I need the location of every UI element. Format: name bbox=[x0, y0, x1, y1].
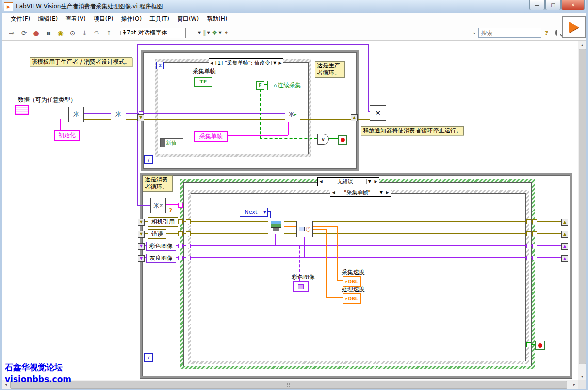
image-processing-icon[interactable]: ◷ bbox=[296, 221, 313, 237]
menu-view[interactable]: 查看(V) bbox=[62, 13, 90, 25]
scroll-down-button[interactable]: ▾ bbox=[578, 373, 586, 380]
next-case-icon[interactable]: ▶ bbox=[278, 61, 283, 65]
notifier-icon-node[interactable]: 米 bbox=[111, 107, 126, 122]
tunnel[interactable] bbox=[532, 256, 537, 260]
vertical-scroll-thumb[interactable] bbox=[579, 49, 586, 364]
obtain-notifier-icon[interactable]: 米 bbox=[68, 107, 84, 122]
shift-register-left[interactable]: ▼ bbox=[138, 219, 145, 226]
menu-tools[interactable]: 工具(T) bbox=[146, 13, 173, 25]
shift-register-left[interactable]: ▼ bbox=[137, 114, 144, 121]
cleanup-diagram-button[interactable]: ✦ bbox=[224, 28, 229, 38]
command-case-label[interactable]: "采集单帧" bbox=[337, 189, 378, 196]
tunnel[interactable] bbox=[532, 231, 537, 236]
distribute-objects-button[interactable]: ∥▼ bbox=[203, 28, 210, 38]
search-icon[interactable] bbox=[555, 30, 557, 36]
prev-case-icon[interactable]: ◀ bbox=[209, 61, 214, 65]
shift-register-right[interactable]: ▲ bbox=[561, 219, 568, 226]
tunnel[interactable] bbox=[526, 219, 531, 224]
tunnel[interactable] bbox=[526, 342, 531, 347]
horizontal-scrollbar[interactable]: ◂ ▸ bbox=[2, 380, 578, 389]
menu-operate[interactable]: 操作(O) bbox=[117, 13, 146, 25]
abort-button[interactable]: ● bbox=[31, 27, 42, 38]
or-gate[interactable]: ∨ bbox=[317, 134, 329, 145]
tunnel[interactable] bbox=[532, 244, 537, 248]
tunnel[interactable] bbox=[532, 219, 537, 224]
tunnel[interactable] bbox=[178, 231, 183, 236]
search-expand-icon[interactable]: ▸ bbox=[474, 31, 476, 35]
init-local-variable[interactable]: 初始化 bbox=[54, 130, 80, 141]
error-case-selector[interactable]: ◀ 无错误 ▼ ▶ bbox=[317, 177, 379, 186]
boolean-terminal[interactable]: TF bbox=[194, 77, 212, 87]
reorder-objects-button[interactable]: ❖▼ bbox=[212, 28, 222, 38]
shift-register-right[interactable]: ▲ bbox=[561, 243, 568, 250]
error-case-label[interactable]: 无错误 bbox=[324, 178, 366, 185]
step-over-button[interactable]: ↷ bbox=[91, 27, 102, 38]
event-selector-label[interactable]: [1] "采集单帧": 值改变 bbox=[214, 59, 271, 66]
minimize-button[interactable]: — bbox=[529, 0, 545, 10]
consumer-iteration-terminal[interactable]: i bbox=[144, 353, 153, 362]
shift-register-left[interactable]: ▼ bbox=[138, 243, 145, 250]
send-notification-icon[interactable]: 米 ▸ bbox=[285, 107, 300, 122]
color-image-label[interactable]: 彩色图像 bbox=[146, 242, 176, 251]
pause-button[interactable]: ▮▮ bbox=[43, 27, 54, 38]
align-objects-button[interactable]: ≡▼ bbox=[192, 28, 201, 38]
data-terminal[interactable] bbox=[15, 105, 29, 115]
image-display-terminal[interactable] bbox=[293, 281, 309, 292]
menu-edit[interactable]: 编辑(E) bbox=[34, 13, 62, 25]
event-selector[interactable]: ◀ [1] "采集单帧": 值改变 ▼ ▶ bbox=[209, 58, 283, 67]
next-case-icon[interactable]: ▶ bbox=[384, 190, 391, 195]
imaqdx-grab-icon[interactable] bbox=[268, 218, 284, 234]
next-enum-constant[interactable]: Next ▼ bbox=[240, 208, 268, 217]
consumer-conditional-terminal[interactable] bbox=[535, 341, 545, 350]
menu-window[interactable]: 窗口(W) bbox=[173, 13, 203, 25]
retain-wire-values-button[interactable]: ⊙ bbox=[67, 27, 78, 38]
scroll-right-button[interactable]: ▸ bbox=[571, 380, 578, 389]
help-button[interactable]: ? bbox=[544, 29, 548, 36]
vertical-scrollbar[interactable]: ▴ ▾ bbox=[578, 41, 586, 380]
continuous-local-variable[interactable]: ⌂ 连续采集 bbox=[267, 81, 307, 90]
acquire-local-variable[interactable]: 采集单帧 bbox=[194, 131, 228, 142]
font-selector[interactable]: 17pt 对话框字体 ▼ bbox=[120, 28, 186, 38]
tunnel[interactable] bbox=[178, 256, 183, 260]
menu-help[interactable]: 帮助(H) bbox=[203, 13, 231, 25]
block-diagram[interactable]: ▼ ▲ ▼ ▼ ▼ ▼ ▲ ▲ ▲ ▲ 该模板用于生产者 / 消费者设计模式。 … bbox=[2, 41, 578, 380]
error-label[interactable]: 错误 bbox=[148, 229, 166, 239]
next-case-icon[interactable]: ▶ bbox=[373, 179, 379, 184]
tunnel[interactable] bbox=[186, 231, 191, 236]
wait-notification-icon[interactable]: 米 ⧖ bbox=[150, 198, 166, 213]
menu-project[interactable]: 项目(P) bbox=[90, 13, 117, 25]
scroll-up-button[interactable]: ▴ bbox=[578, 41, 586, 49]
prev-case-icon[interactable]: ◀ bbox=[330, 190, 337, 195]
step-into-button[interactable]: ↓ bbox=[79, 27, 90, 38]
proc-speed-dbl-terminal[interactable]: ▸ DBL bbox=[343, 293, 361, 304]
command-case-selector[interactable]: ◀ "采集单帧" ▼ ▶ bbox=[330, 188, 391, 197]
producer-iteration-terminal[interactable]: i bbox=[144, 155, 153, 164]
tunnel[interactable] bbox=[526, 244, 531, 248]
title-bar[interactable]: ▶ LabVIEW Vision生产者消费者采集处理图像.vi 程序框图 — □… bbox=[2, 0, 586, 13]
false-constant[interactable]: F bbox=[256, 81, 264, 90]
highlight-execution-button[interactable]: ◉ bbox=[55, 27, 66, 38]
tunnel[interactable] bbox=[526, 256, 531, 260]
shift-register-left[interactable]: ▼ bbox=[138, 231, 145, 238]
tunnel[interactable] bbox=[178, 219, 183, 224]
shift-register-right[interactable]: ▲ bbox=[561, 255, 568, 262]
horizontal-scroll-thumb[interactable] bbox=[10, 381, 567, 389]
producer-conditional-terminal[interactable] bbox=[338, 135, 347, 145]
event-timeout-terminal[interactable]: ⧖ bbox=[156, 62, 164, 69]
close-button[interactable]: ✕ bbox=[561, 0, 585, 10]
run-button[interactable]: ⇨ bbox=[6, 27, 17, 38]
step-out-button[interactable]: ↑ bbox=[103, 27, 114, 38]
tunnel[interactable] bbox=[178, 203, 183, 208]
maximize-button[interactable]: □ bbox=[545, 0, 561, 10]
case-selector-terminal[interactable]: ? bbox=[169, 207, 172, 214]
chevron-down-icon[interactable]: ▼ bbox=[271, 61, 278, 65]
release-notifier-icon[interactable]: ✕ bbox=[370, 105, 386, 121]
prev-case-icon[interactable]: ◀ bbox=[318, 179, 324, 184]
event-data-node[interactable]: 新值 bbox=[160, 138, 183, 147]
tunnel[interactable] bbox=[186, 256, 191, 260]
camera-ref-label[interactable]: 相机引用 bbox=[148, 217, 178, 227]
run-continuous-button[interactable]: ⟳ bbox=[18, 27, 30, 38]
gray-image-label[interactable]: 灰度图像 bbox=[146, 254, 176, 263]
tunnel[interactable] bbox=[178, 244, 183, 248]
shift-register-left[interactable]: ▼ bbox=[138, 255, 145, 262]
